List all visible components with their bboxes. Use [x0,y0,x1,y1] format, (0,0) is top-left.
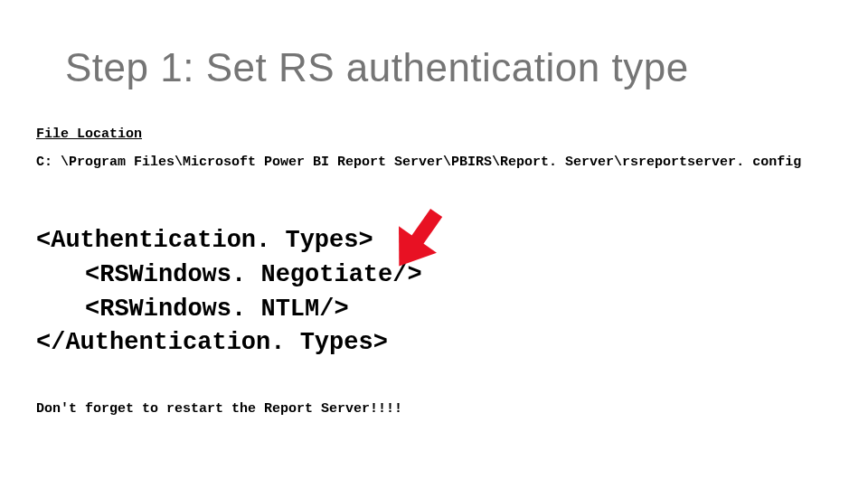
code-line-2: <RSWindows. Negotiate/> [36,258,832,293]
slide-container: Step 1: Set RS authentication type File … [0,0,868,453]
file-location-label: File Location [36,127,832,142]
file-location-path: C: \Program Files\Microsoft Power BI Rep… [36,155,832,170]
code-line-1: <Authentication. Types> [36,224,832,258]
code-line-3: <RSWindows. NTLM/> [36,293,832,327]
code-line-4: </Authentication. Types> [36,326,832,361]
reminder-text: Don't forget to restart the Report Serve… [36,401,832,417]
page-title: Step 1: Set RS authentication type [65,45,832,90]
code-block: <Authentication. Types> <RSWindows. Nego… [36,224,832,361]
